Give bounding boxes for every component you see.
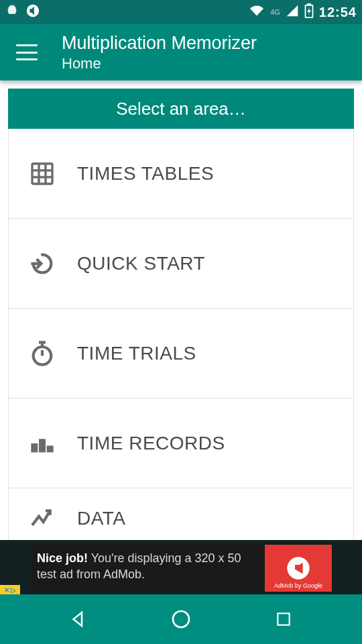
cell-signal-icon bbox=[286, 4, 299, 20]
stopwatch-icon bbox=[29, 340, 56, 367]
svg-point-16 bbox=[173, 611, 189, 627]
ad-brand: AdMob by Google bbox=[274, 582, 322, 589]
battery-charging-icon bbox=[304, 3, 314, 21]
adchoices-icon[interactable]: ✕ ▷ bbox=[0, 585, 20, 594]
menu-item-label: TIME RECORDS bbox=[77, 433, 225, 454]
network-type: 4G bbox=[270, 8, 280, 16]
ad-logo: AdMob by Google bbox=[265, 545, 332, 592]
system-nav-bar bbox=[0, 594, 362, 644]
volume-icon bbox=[25, 3, 40, 21]
menu-item-times-tables[interactable]: TIMES TABLES bbox=[8, 129, 354, 219]
svg-rect-12 bbox=[39, 439, 46, 452]
ad-text-bold: Nice job! bbox=[37, 551, 88, 565]
menu-item-time-trials[interactable]: TIME TRIALS bbox=[8, 309, 354, 398]
select-area-header: Select an area… bbox=[8, 89, 354, 129]
svg-rect-13 bbox=[31, 443, 38, 452]
ad-banner[interactable]: Nice job! You're displaying a 320 x 50 t… bbox=[0, 540, 362, 594]
menu-item-label: QUICK START bbox=[77, 253, 205, 274]
status-clock: 12:54 bbox=[319, 5, 357, 20]
app-bar: Multiplication Memorizer Home bbox=[0, 24, 362, 80]
nav-back-button[interactable] bbox=[65, 606, 92, 633]
android-debug-icon bbox=[5, 4, 19, 20]
chart-line-icon bbox=[29, 505, 56, 532]
grid-icon bbox=[29, 160, 56, 187]
svg-rect-17 bbox=[278, 613, 290, 625]
svg-rect-2 bbox=[307, 3, 311, 5]
ad-text: Nice job! You're displaying a 320 x 50 t… bbox=[30, 545, 265, 592]
menu-item-label: DATA bbox=[77, 508, 126, 529]
menu-item-label: TIME TRIALS bbox=[77, 343, 196, 364]
svg-point-8 bbox=[34, 347, 52, 365]
menu-item-time-records[interactable]: TIME RECORDS bbox=[8, 398, 354, 488]
status-bar: 4G 12:54 bbox=[0, 0, 362, 24]
app-title: Multiplication Memorizer bbox=[62, 33, 257, 54]
nav-home-button[interactable] bbox=[168, 606, 194, 633]
hamburger-menu-button[interactable] bbox=[16, 44, 38, 60]
app-subtitle: Home bbox=[62, 55, 257, 72]
podium-icon bbox=[29, 430, 56, 457]
menu-item-quick-start[interactable]: QUICK START bbox=[8, 219, 354, 309]
wifi-icon bbox=[249, 4, 265, 20]
svg-rect-14 bbox=[47, 445, 54, 452]
menu-item-label: TIMES TABLES bbox=[77, 163, 214, 184]
area-list: TIMES TABLES QUICK START TIME TRIALS bbox=[8, 129, 354, 549]
svg-rect-3 bbox=[32, 164, 52, 184]
nav-recent-button[interactable] bbox=[270, 606, 297, 633]
power-arrow-icon bbox=[29, 250, 56, 277]
content-area: Select an area… TIMES TABLES QUICK START bbox=[0, 80, 362, 540]
